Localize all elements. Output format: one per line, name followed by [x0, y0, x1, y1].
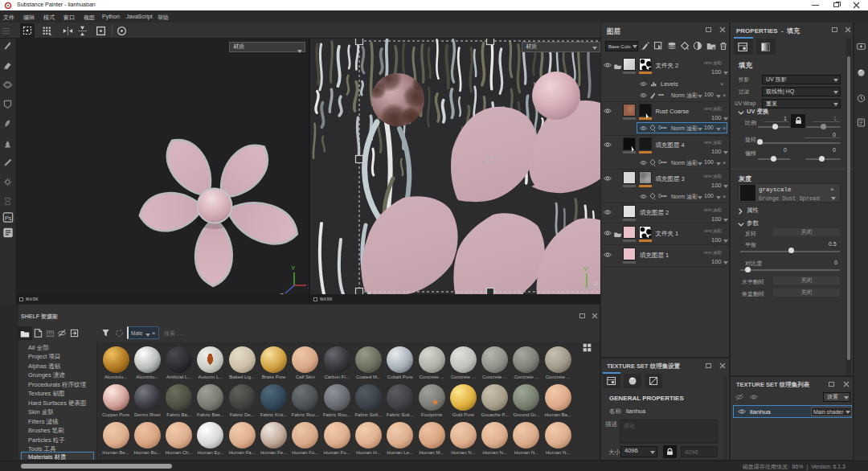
svg-text:Ps: Ps: [5, 215, 12, 222]
svg-text:V: V: [583, 265, 588, 272]
svg-text:U: U: [593, 280, 598, 287]
svg-text:Y: Y: [291, 264, 296, 272]
